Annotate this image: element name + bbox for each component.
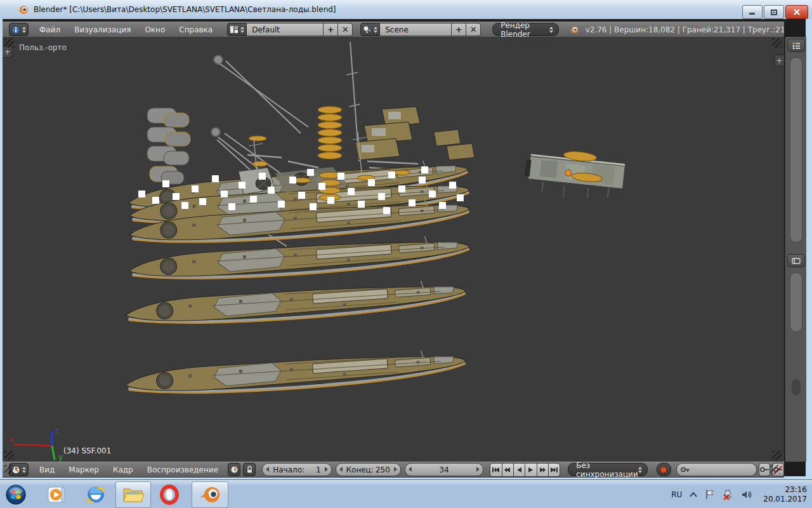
area-resize-grip[interactable] [4,465,14,474]
volume-icon[interactable] [742,490,753,500]
exploded-funnel-parts[interactable] [147,108,190,184]
screen-layout-icon-button[interactable] [227,23,247,36]
collapsed-panel-handle[interactable] [792,379,801,396]
scene-icon-button[interactable] [360,23,380,36]
outliner-scrollbar[interactable] [790,57,802,243]
increment-arrow[interactable] [325,467,328,472]
next-keyframe-button[interactable] [537,463,549,477]
network-disconnected-icon[interactable] [723,490,734,500]
blender-app-icon [18,4,29,15]
editor-type-button-outliner[interactable] [787,39,805,52]
floating-superstructure-module[interactable] [523,146,626,203]
menu-file[interactable]: Файл [35,25,65,34]
key-icon [760,465,769,474]
area-resize-grip[interactable] [771,465,780,474]
properties-scrollbar[interactable] [790,272,802,332]
taskbar-internet-explorer-icon[interactable] [85,484,107,505]
frame-start-value: 1 [316,465,321,474]
current-frame-field[interactable]: 34 [405,463,483,476]
taskbar-blender-button[interactable] [192,481,228,508]
minimize-button[interactable] [742,5,763,19]
restore-button[interactable] [764,5,784,19]
windows-start-icon [5,482,27,507]
auto-keyframe-record-button[interactable] [657,463,671,476]
editor-switch-arrows [22,25,26,35]
ship-model-lod4[interactable] [125,277,467,330]
show-hidden-icons-arrow[interactable] [690,492,697,497]
increment-arrow[interactable] [476,467,480,472]
lock-time-toggle[interactable] [243,463,256,476]
layout-delete-button[interactable]: ✕ [338,23,353,36]
internet-explorer-icon [85,484,107,505]
taskbar-clock[interactable]: 23:16 20.01.2017 [763,485,807,504]
menu-frame[interactable]: Кадр [108,465,138,474]
close-button[interactable] [785,5,808,19]
timeline-header: Вид Маркер Кадр Воспроизведение Начал [3,462,784,478]
window-title: Blender* [C:\Users\Вита\Desktop\SVETLANA… [34,5,336,14]
scene-name: Scene [385,25,409,34]
scene-delete-button[interactable]: ✕ [466,23,481,36]
viewport-3d[interactable]: Польз.-орто + + [3,37,784,462]
frame-end-field[interactable]: Конец: 250 [336,463,401,476]
screen-layout-name-field[interactable]: Default [247,23,324,36]
record-icon [660,466,667,474]
sync-mode-dropdown[interactable]: Без синхронизации [568,463,647,476]
play-reverse-button[interactable] [513,463,525,477]
key-icon [681,465,690,474]
insert-keyframe-button[interactable] [759,463,771,476]
menu-window[interactable]: Окно [140,25,169,34]
area-resize-grip[interactable] [4,38,14,48]
render-engine-value: Рендер Blender [501,21,549,39]
area-resize-grip[interactable] [772,38,782,48]
area-resize-grip[interactable] [4,451,14,460]
exploded-deck-sections[interactable] [355,107,475,160]
taskbar-opera-icon[interactable] [159,484,180,505]
prev-keyframe-icon [504,467,511,473]
windows-taskbar: RU 23:16 20.01.2017 [0,479,812,508]
area-resize-grip[interactable] [772,451,782,460]
taskbar-media-player-icon[interactable] [46,484,67,505]
play-button[interactable] [525,463,537,477]
layout-add-button[interactable]: + [324,23,338,36]
jump-start-icon [492,467,500,473]
scene-add-button[interactable]: + [452,23,466,36]
editor-type-button-properties[interactable] [787,254,805,267]
editor-type-button-info[interactable] [9,23,29,36]
render-engine-dropdown[interactable]: Рендер Blender [492,23,559,36]
taskbar-explorer-button[interactable] [115,481,151,508]
outliner-icon [792,42,801,50]
start-button[interactable] [5,484,27,505]
screen-layout-selector: Default + ✕ [227,23,353,36]
axis-z-label: z [55,427,58,435]
scene-switch-arrows [374,25,377,35]
layout-switch-arrows [240,25,244,35]
preview-range-clock-toggle[interactable] [228,463,240,476]
sync-mode-value: Без синхронизации [576,461,638,479]
axis-gizmo: x z y [8,427,77,462]
menu-view[interactable]: Вид [35,465,59,474]
jump-to-end-button[interactable] [548,463,560,477]
language-indicator[interactable]: RU [671,490,682,499]
scene-canvas[interactable] [3,37,784,462]
action-center-flag-icon[interactable] [705,490,715,500]
keying-set-field[interactable] [676,463,757,476]
increment-arrow[interactable] [394,467,397,472]
properties-icon [792,257,801,265]
decrement-arrow[interactable] [409,467,412,472]
scene-name-field[interactable]: Scene [380,23,452,36]
jump-to-start-button[interactable] [490,463,502,477]
frame-start-field[interactable]: Начало: 1 [262,463,331,476]
menu-marker[interactable]: Маркер [64,465,103,474]
decrement-arrow[interactable] [266,467,269,472]
decrement-arrow[interactable] [339,467,343,472]
exploded-lifeboats[interactable] [249,107,342,167]
outliner-strip [785,37,806,253]
window-titlebar[interactable]: Blender* [C:\Users\Вита\Desktop\SVETLANA… [0,0,812,20]
menu-playback[interactable]: Воспроизведение [143,465,223,474]
ship-model-lod5[interactable] [125,347,467,400]
blender-window: Файл Визуализация Окно Справка Default +… [0,19,812,479]
menu-help[interactable]: Справка [174,25,217,34]
menu-render[interactable]: Визуализация [70,25,135,34]
screen-layout-name: Default [252,25,280,34]
previous-keyframe-button[interactable] [502,463,514,477]
